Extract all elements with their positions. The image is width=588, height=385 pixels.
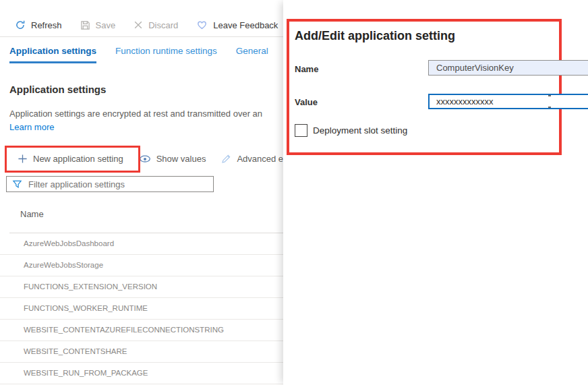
heart-icon xyxy=(196,20,208,30)
section-title: Application settings xyxy=(9,84,106,95)
value-field-label: Value xyxy=(295,97,318,107)
tab-function-runtime-settings[interactable]: Function runtime settings xyxy=(115,46,217,63)
command-toolbar: Refresh Save Discard Leave Feedback xyxy=(15,13,278,36)
refresh-button[interactable]: Refresh xyxy=(15,20,62,30)
refresh-icon xyxy=(15,20,26,30)
deployment-slot-checkbox[interactable] xyxy=(295,124,307,137)
table-header-name: Name xyxy=(20,209,44,219)
new-application-setting-button[interactable]: New application setting xyxy=(18,154,123,164)
toolbar-divider xyxy=(0,36,283,37)
save-icon xyxy=(80,20,90,30)
save-button[interactable]: Save xyxy=(80,20,116,30)
deployment-slot-label: Deployment slot setting xyxy=(313,125,407,136)
table-row[interactable]: WEBSITE_RUN_FROM_PACKAGE xyxy=(0,363,283,384)
add-edit-setting-panel: Add/Edit application setting Name Value … xyxy=(283,0,588,385)
filter-box[interactable]: Filter application settings xyxy=(6,176,214,192)
leave-feedback-button[interactable]: Leave Feedback xyxy=(196,20,278,30)
settings-tabs: Application settings Function runtime se… xyxy=(9,46,268,63)
pencil-icon xyxy=(221,154,231,164)
eye-icon xyxy=(139,155,151,163)
table-row[interactable]: FUNCTIONS_WORKER_RUNTIME xyxy=(0,298,283,320)
tab-general-settings[interactable]: General xyxy=(236,46,268,63)
settings-actions-row: New application setting Show values Adva… xyxy=(18,154,286,164)
settings-table: AzureWebJobsDashboard AzureWebJobsStorag… xyxy=(0,233,283,384)
discard-button[interactable]: Discard xyxy=(134,20,178,30)
advanced-edit-label: Advanced edit xyxy=(237,154,286,164)
section-description: Application settings are encrypted at re… xyxy=(9,109,283,119)
refresh-label: Refresh xyxy=(31,20,62,30)
leave-feedback-label: Leave Feedback xyxy=(213,20,278,30)
plus-icon xyxy=(18,154,28,164)
show-values-button[interactable]: Show values xyxy=(139,154,206,164)
panel-title: Add/Edit application setting xyxy=(295,29,455,43)
name-input[interactable] xyxy=(428,60,588,76)
new-application-setting-label: New application setting xyxy=(33,154,123,164)
save-label: Save xyxy=(96,20,116,30)
table-row[interactable]: WEBSITE_CONTENTSHARE xyxy=(0,341,283,363)
name-field-label: Name xyxy=(295,64,318,74)
discard-icon xyxy=(134,20,143,30)
table-row[interactable]: AzureWebJobsDashboard xyxy=(0,233,283,255)
advanced-edit-button[interactable]: Advanced edit xyxy=(221,154,286,164)
value-input[interactable] xyxy=(428,94,588,109)
discard-label: Discard xyxy=(148,20,178,30)
show-values-label: Show values xyxy=(156,154,206,164)
filter-placeholder: Filter application settings xyxy=(28,179,125,189)
filter-funnel-icon xyxy=(12,179,22,189)
text-cursor-top xyxy=(548,95,551,96)
table-row[interactable]: AzureWebJobsStorage xyxy=(0,255,283,276)
tab-application-settings[interactable]: Application settings xyxy=(9,46,96,63)
table-row[interactable]: FUNCTIONS_EXTENSION_VERSION xyxy=(0,276,283,298)
learn-more-link[interactable]: Learn more xyxy=(9,122,54,132)
table-row[interactable]: WEBSITE_CONTENTAZUREFILECONNECTIONSTRING xyxy=(0,320,283,341)
main-content-area: Refresh Save Discard Leave Feedback Appl… xyxy=(0,0,286,385)
text-cursor-bottom xyxy=(548,107,551,108)
